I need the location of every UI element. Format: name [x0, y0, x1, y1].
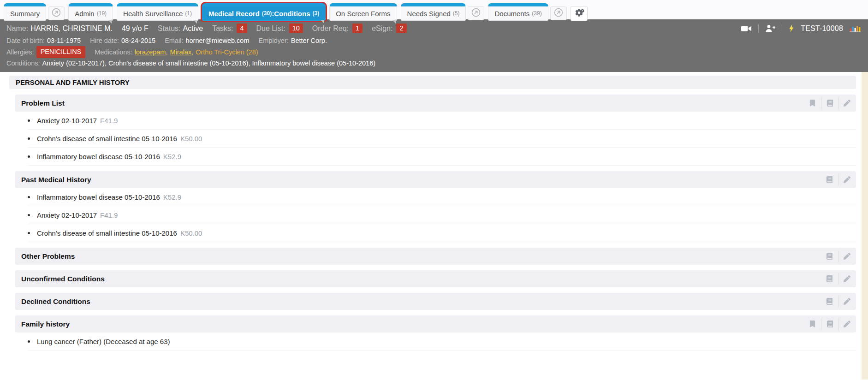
bookmark-icon[interactable] — [804, 318, 821, 330]
patient-banner: Name: HARRIS, CHRISTINE M. 49 y/o F Stat… — [0, 19, 868, 72]
past-medical-history-items: Inflammatory bowel disease 05-10-2016K52… — [15, 188, 856, 242]
unconfirmed-conditions-header: Unconfirmed Conditions — [15, 270, 856, 287]
pencil-icon[interactable] — [838, 97, 855, 109]
section-declined-conditions: Declined Conditions — [15, 293, 856, 310]
icd-code: K50.00 — [180, 229, 202, 237]
icd-code: F41.9 — [100, 211, 118, 219]
esign-count-badge[interactable]: 2 — [396, 24, 406, 33]
right-scroll-strip[interactable] — [862, 72, 868, 380]
external-link-icon — [52, 8, 61, 19]
tab-conditions-count: (3) — [313, 10, 320, 17]
bullet-icon — [28, 232, 30, 234]
patient-status: Active — [183, 21, 203, 36]
tab-documents-external-link-button[interactable] — [550, 6, 567, 20]
add-person-icon[interactable] — [765, 24, 775, 32]
list-item[interactable]: Lung cancer (Father) (Deceased at age 63… — [28, 332, 856, 350]
lightning-icon[interactable] — [789, 24, 794, 32]
problem-list-items: Anxiety 02-10-2017F41.9 Crohn's disease … — [15, 112, 856, 166]
tab-on-screen-forms-label: On Screen Forms — [336, 10, 390, 18]
tab-health-surveillance-label: Health Surveillance — [123, 10, 183, 18]
book-icon[interactable] — [821, 318, 838, 330]
medication-link[interactable]: Ortho Tri-Cyclen (28) — [196, 47, 258, 58]
patient-conditions: Anxiety (02-10-2017), Crohn's disease of… — [42, 58, 376, 69]
icd-code: K50.00 — [180, 135, 202, 142]
allergies-label: Allergies: — [6, 47, 34, 58]
tab-medical-record-conditions[interactable]: Medical Record (30) :Conditions (3) — [202, 3, 326, 21]
icd-code: F41.9 — [100, 117, 118, 125]
section-past-medical-history: Past Medical History Inflammatory bowel … — [15, 171, 856, 242]
tab-medical-record-label: Medical Record — [208, 10, 260, 18]
list-item[interactable]: Anxiety 02-10-2017F41.9 — [28, 112, 856, 130]
book-icon[interactable] — [821, 273, 838, 285]
pencil-icon[interactable] — [838, 296, 855, 308]
patient-demographics-row: Date of birth: 03-11-1975 Hire date: 08-… — [6, 36, 861, 46]
tab-summary[interactable]: Summary — [4, 3, 46, 21]
past-medical-history-header: Past Medical History — [15, 171, 856, 188]
pencil-icon[interactable] — [838, 174, 855, 186]
pencil-icon[interactable] — [838, 273, 855, 285]
gear-icon — [575, 9, 583, 18]
allergy-penicillins-badge[interactable]: PENICILLINS — [36, 46, 86, 58]
list-item[interactable]: Crohn's disease of small intestine 05-10… — [28, 224, 856, 242]
tab-documents[interactable]: Documents (39) — [488, 3, 548, 21]
bookmark-icon[interactable] — [804, 97, 821, 109]
tab-summary-external-link-button[interactable] — [48, 6, 65, 20]
medications-label: Medications: — [95, 47, 132, 58]
order-req-label: Order Req: — [312, 21, 349, 36]
book-icon[interactable] — [821, 296, 838, 308]
tab-medical-record-count: (30) — [262, 10, 272, 17]
medication-link[interactable]: Miralax — [170, 47, 191, 58]
list-item[interactable]: Crohn's disease of small intestine 05-10… — [28, 130, 856, 148]
problem-list-title: Problem List — [21, 99, 65, 107]
other-problems-header: Other Problems — [15, 248, 856, 265]
tab-bar: Summary Admin (19) Health Surveillance (… — [0, 0, 868, 19]
station-id: TEST-10008 — [801, 21, 843, 36]
email-label: Email: — [165, 36, 183, 46]
medication-link[interactable]: lorazepam — [135, 47, 166, 58]
bullet-icon — [28, 340, 30, 343]
patient-summary-row: Name: HARRIS, CHRISTINE M. 49 y/o F Stat… — [6, 21, 861, 36]
book-icon[interactable] — [821, 97, 838, 109]
list-item[interactable]: Inflammatory bowel disease 05-10-2016K52… — [28, 188, 856, 206]
video-camera-icon[interactable] — [741, 25, 752, 32]
book-icon[interactable] — [821, 174, 838, 186]
patient-name: HARRIS, CHRISTINE M. — [30, 21, 113, 36]
banner-toolbar: TEST-10008 — [741, 21, 861, 36]
list-item[interactable]: Inflammatory bowel disease 05-10-2016K52… — [28, 148, 856, 166]
section-unconfirmed-conditions: Unconfirmed Conditions — [15, 270, 856, 287]
main-content: PERSONAL AND FAMILY HISTORY Problem List… — [0, 72, 868, 380]
pencil-icon[interactable] — [838, 318, 855, 330]
patient-dob: 03-11-1975 — [47, 36, 81, 46]
order-req-count-badge[interactable]: 1 — [352, 24, 363, 33]
tab-needs-signed[interactable]: Needs Signed (5) — [401, 3, 466, 21]
patient-employer: Better Corp. — [291, 36, 327, 46]
toolbar-divider — [758, 24, 759, 33]
medication-separator: , — [166, 47, 167, 58]
bullet-icon — [28, 137, 30, 140]
tab-health-surveillance[interactable]: Health Surveillance (1) — [117, 3, 198, 21]
chart-icon[interactable] — [850, 24, 861, 32]
esign-label: eSign: — [372, 21, 392, 36]
family-history-title: Family history — [21, 320, 70, 328]
other-problems-actions — [821, 250, 855, 262]
settings-button[interactable] — [571, 6, 588, 21]
tab-admin-count: (19) — [97, 10, 107, 17]
tab-health-surveillance-count: (1) — [185, 10, 192, 17]
tab-summary-label: Summary — [10, 10, 40, 18]
tasks-count-badge[interactable]: 4 — [237, 24, 247, 33]
tab-documents-count: (39) — [532, 10, 541, 17]
unconfirmed-conditions-title: Unconfirmed Conditions — [21, 275, 105, 283]
pencil-icon[interactable] — [838, 250, 855, 262]
tab-needs-signed-external-link-button[interactable] — [468, 6, 484, 20]
tab-on-screen-forms[interactable]: On Screen Forms — [329, 3, 397, 21]
list-item[interactable]: Anxiety 02-10-2017F41.9 — [28, 206, 856, 224]
due-list-count-badge[interactable]: 10 — [289, 24, 303, 33]
patient-email: horner@mieweb.com — [185, 36, 249, 46]
tab-admin[interactable]: Admin (19) — [68, 3, 113, 21]
item-text: Anxiety 02-10-2017 — [37, 211, 97, 219]
declined-conditions-title: Declined Conditions — [21, 297, 90, 306]
book-icon[interactable] — [821, 250, 838, 262]
item-text: Anxiety 02-10-2017 — [37, 117, 97, 125]
bullet-icon — [28, 196, 30, 198]
past-medical-history-title: Past Medical History — [21, 176, 91, 184]
